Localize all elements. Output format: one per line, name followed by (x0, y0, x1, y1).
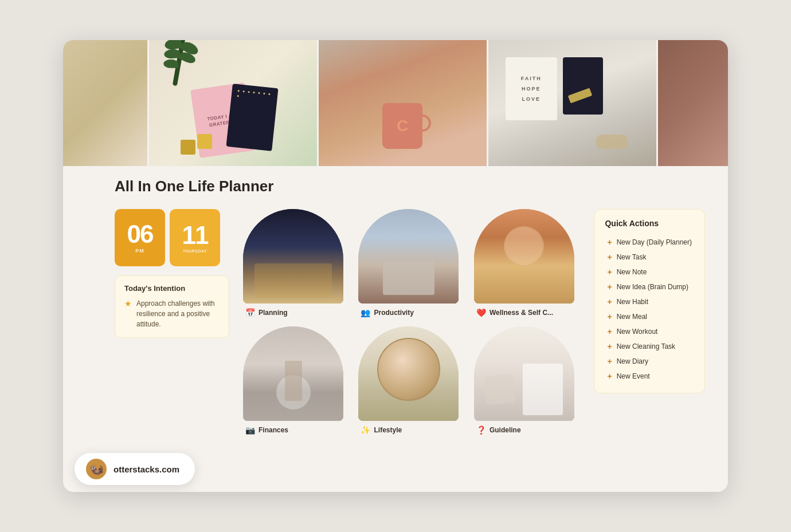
category-label-wellness: ❤️ Wellness & Self C... (474, 308, 580, 317)
lifestyle-icon: ✨ (361, 425, 370, 435)
otter-icon: 🦦 (86, 459, 107, 479)
otter-badge: 🦦 otterstacks.com (75, 453, 195, 485)
intention-title: Today's Intention (124, 284, 220, 293)
wellness-icon: ❤️ (476, 308, 486, 317)
plus-icon-new-workout: + (607, 327, 612, 336)
hero-banner: TODAY I AM GRATEFUL C (63, 40, 728, 166)
action-label-new-workout: New Workout (617, 328, 658, 336)
action-new-diary[interactable]: + New Diary (605, 354, 694, 369)
action-label-new-note: New Note (617, 268, 647, 276)
clock-minute-block: 11 THURSDAY (170, 209, 220, 266)
action-label-new-diary: New Diary (617, 357, 648, 365)
main-content: All In One Life Planner 06 PM 11 THURSDA… (63, 166, 728, 452)
category-image-productivity (358, 209, 459, 304)
category-image-finances (243, 326, 343, 421)
action-new-task[interactable]: + New Task (605, 250, 694, 265)
quick-actions-title: Quick Actions (605, 219, 694, 228)
action-label-new-event: New Event (617, 372, 650, 380)
clock-am-pm: PM (135, 248, 144, 254)
quick-actions-panel: Quick Actions + New Day (Daily Planner) … (594, 209, 705, 393)
action-label-new-day: New Day (Daily Planner) (617, 238, 692, 246)
plus-icon-new-day: + (607, 238, 612, 247)
hero-image-dark (658, 40, 728, 166)
action-new-note[interactable]: + New Note (605, 265, 694, 279)
action-new-meal[interactable]: + New Meal (605, 309, 694, 324)
plus-icon-new-idea: + (607, 282, 612, 291)
category-label-finances: 📷 Finances (243, 425, 349, 435)
hero-image-basket (63, 40, 147, 166)
hero-image-notebook: TODAY I AM GRATEFUL (149, 40, 317, 166)
left-panel: 06 PM 11 THURSDAY Today's Intention ★ Ap… (115, 209, 229, 338)
action-label-new-meal: New Meal (617, 313, 647, 321)
plus-icon-new-event: + (607, 372, 612, 381)
category-card-guideline[interactable]: ❓ Guideline (474, 326, 580, 435)
clock-widget: 06 PM 11 THURSDAY (115, 209, 229, 266)
category-card-finances[interactable]: 📷 Finances (243, 326, 349, 435)
clock-hour: 06 (127, 222, 153, 247)
action-label-new-cleaning: New Cleaning Task (617, 342, 676, 350)
bottom-badge-area: 🦦 otterstacks.com (63, 452, 728, 492)
planning-icon: 📅 (245, 308, 255, 317)
category-image-lifestyle (358, 326, 459, 421)
plus-icon-new-task: + (607, 253, 612, 262)
star-icon: ★ (124, 299, 132, 308)
category-label-productivity: 👥 Productivity (358, 308, 464, 317)
category-label-planning: 📅 Planning (243, 308, 349, 317)
category-label-lifestyle: ✨ Lifestyle (358, 425, 464, 435)
category-card-wellness[interactable]: ❤️ Wellness & Self C... (474, 209, 580, 317)
action-new-workout[interactable]: + New Workout (605, 324, 694, 339)
app-container: TODAY I AM GRATEFUL C (63, 40, 728, 492)
finances-icon: 📷 (245, 425, 255, 435)
plus-icon-new-meal: + (607, 312, 612, 321)
category-image-planning (243, 209, 343, 304)
guideline-icon: ❓ (476, 425, 486, 435)
plus-icon-new-diary: + (607, 357, 612, 366)
hero-image-mug: C (319, 40, 487, 166)
action-new-idea[interactable]: + New Idea (Brain Dump) (605, 279, 694, 294)
clock-minute: 11 (182, 223, 208, 248)
plus-icon-new-cleaning: + (607, 342, 612, 351)
category-image-wellness (474, 209, 574, 304)
category-label-guideline: ❓ Guideline (474, 425, 580, 435)
productivity-icon: 👥 (361, 308, 370, 317)
content-grid: 06 PM 11 THURSDAY Today's Intention ★ Ap… (115, 209, 705, 435)
category-card-planning[interactable]: 📅 Planning (243, 209, 349, 317)
page-title: All In One Life Planner (115, 178, 705, 195)
plus-icon-new-habit: + (607, 297, 612, 306)
category-image-guideline (474, 326, 574, 421)
intention-text: Approach challenges with resilience and … (136, 298, 220, 329)
clock-day: THURSDAY (183, 249, 207, 253)
intention-card: Today's Intention ★ Approach challenges … (115, 275, 229, 338)
category-card-productivity[interactable]: 👥 Productivity (358, 209, 464, 317)
intention-body: ★ Approach challenges with resilience an… (124, 298, 220, 329)
clock-hour-block: 06 PM (115, 209, 165, 266)
category-grid: 📅 Planning 👥 Productivity (243, 209, 580, 435)
action-label-new-task: New Task (617, 253, 647, 261)
action-new-cleaning[interactable]: + New Cleaning Task (605, 339, 694, 354)
action-new-habit[interactable]: + New Habit (605, 294, 694, 309)
action-new-event[interactable]: + New Event (605, 369, 694, 384)
action-new-day[interactable]: + New Day (Daily Planner) (605, 235, 694, 250)
action-label-new-idea: New Idea (Brain Dump) (617, 283, 688, 291)
plus-icon-new-note: + (607, 267, 612, 277)
category-card-lifestyle[interactable]: ✨ Lifestyle (358, 326, 464, 435)
hero-image-faith: FAITHHOPELOVE (488, 40, 656, 166)
brand-url: otterstacks.com (113, 464, 179, 474)
action-label-new-habit: New Habit (617, 298, 648, 306)
